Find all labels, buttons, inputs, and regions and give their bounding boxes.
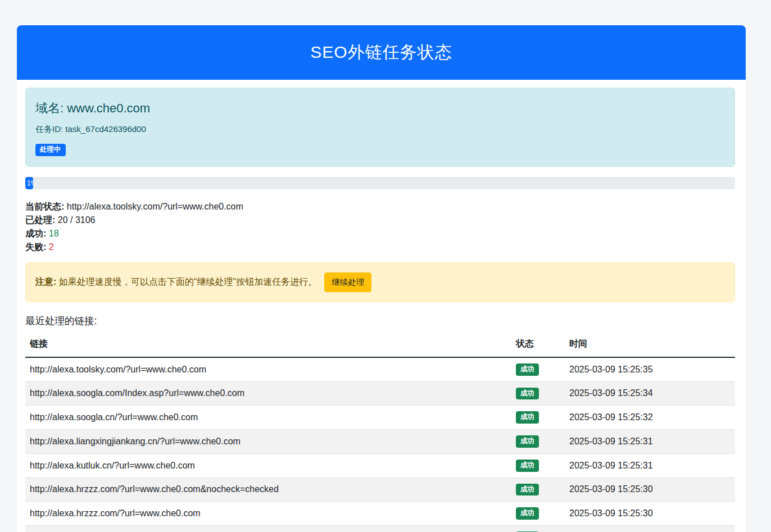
time-cell: 2025-03-09 15:25:31 <box>565 430 735 454</box>
table-body: http://alexa.toolsky.com/?url=www.che0.c… <box>25 357 735 532</box>
success-badge: 成功 <box>516 484 539 496</box>
status-badge: 处理中 <box>35 144 66 156</box>
link-cell: http://alexa.soogla.com/Index.asp?url=ww… <box>25 381 511 406</box>
task-id-value: task_67cd426396d00 <box>65 124 146 134</box>
time-cell: 2025-03-09 15:25:31 <box>565 453 735 478</box>
table-row: http://alexa.toolsky.com/?url=www.che0.c… <box>25 357 735 381</box>
time-cell: 2025-03-09 15:25:29 <box>565 526 735 532</box>
notice-message: 如果处理速度慢，可以点击下面的"继续处理"按钮加速任务进行。 <box>59 277 317 287</box>
task-id-label: 任务ID: <box>35 124 65 134</box>
current-status-url: http://alexa.toolsky.com/?url=www.che0.c… <box>67 202 243 211</box>
domain-line: 域名: www.che0.com <box>35 100 725 117</box>
success-value: 18 <box>49 229 59 238</box>
processed-value: 20 / 3106 <box>58 215 96 225</box>
time-cell: 2025-03-09 15:25:34 <box>565 381 735 406</box>
processed-line: 已处理: 20 / 3106 <box>25 213 735 227</box>
task-id-line: 任务ID: task_67cd426396d00 <box>35 124 725 135</box>
continue-button[interactable]: 继续处理 <box>324 272 371 292</box>
failed-line: 失败: 2 <box>25 240 735 254</box>
notice-panel: 注意: 如果处理速度慢，可以点击下面的"继续处理"按钮加速任务进行。 继续处理 <box>25 262 735 302</box>
column-header-time: 时间 <box>565 333 735 357</box>
domain-value: www.che0.com <box>67 101 150 115</box>
task-status-card: SEO外链任务状态 域名: www.che0.com 任务ID: task_67… <box>17 25 746 532</box>
column-header-link: 链接 <box>25 333 511 357</box>
notice-text: 注意: 如果处理速度慢，可以点击下面的"继续处理"按钮加速任务进行。 <box>35 276 317 288</box>
table-row: http://alexa.gzhimin.com.cn/index.asp?ur… <box>25 526 735 532</box>
task-info-panel: 域名: www.che0.com 任务ID: task_67cd426396d0… <box>25 88 735 167</box>
time-cell: 2025-03-09 15:25:30 <box>565 502 735 526</box>
link-cell: http://alexa.toolsky.com/?url=www.che0.c… <box>25 357 511 381</box>
page-header: SEO外链任务状态 <box>17 25 746 80</box>
status-cell: 成功 <box>511 478 565 502</box>
table-row: http://alexa.hrzzz.com/?url=www.che0.com… <box>25 478 735 502</box>
progress-bar: 1% <box>25 177 735 189</box>
link-cell: http://alexa.soogla.cn/?url=www.che0.com <box>25 406 511 430</box>
column-header-status: 状态 <box>511 333 565 357</box>
success-badge: 成功 <box>516 460 539 472</box>
link-cell: http://alexa.kutluk.cn/?url=www.che0.com <box>25 453 511 478</box>
success-badge: 成功 <box>516 507 539 520</box>
table-header: 链接 状态 时间 <box>25 333 735 357</box>
link-cell: http://alexa.hrzzz.com/?url=www.che0.com… <box>25 478 511 502</box>
table-row: http://alexa.soogla.cn/?url=www.che0.com… <box>25 406 735 430</box>
success-label: 成功: <box>25 229 49 238</box>
success-badge: 成功 <box>516 435 539 448</box>
success-badge: 成功 <box>516 363 539 376</box>
status-cell: 成功 <box>511 357 565 381</box>
status-cell: 成功 <box>511 430 565 454</box>
time-cell: 2025-03-09 15:25:35 <box>565 357 735 381</box>
page-title: SEO外链任务状态 <box>310 41 452 64</box>
success-badge: 成功 <box>516 411 539 424</box>
table-row: http://alexa.kutluk.cn/?url=www.che0.com… <box>25 453 735 478</box>
failed-label: 失败: <box>25 242 49 252</box>
status-cell: 成功 <box>511 381 565 406</box>
progress-fill: 1% <box>25 177 33 189</box>
current-status-label: 当前状态: <box>25 202 67 211</box>
status-cell: 成功 <box>511 526 565 532</box>
card-body: 域名: www.che0.com 任务ID: task_67cd426396d0… <box>17 80 746 532</box>
link-cell: http://alexa.liangxingjiankang.cn/?url=w… <box>25 430 511 454</box>
processed-label: 已处理: <box>25 215 58 225</box>
time-cell: 2025-03-09 15:25:32 <box>565 406 735 430</box>
domain-label: 域名: <box>35 101 67 115</box>
success-badge: 成功 <box>516 388 539 400</box>
link-cell: http://alexa.hrzzz.com/?url=www.che0.com <box>25 502 511 526</box>
link-cell: http://alexa.gzhimin.com.cn/index.asp?ur… <box>25 526 511 532</box>
notice-label: 注意: <box>35 277 59 287</box>
table-row: http://alexa.soogla.com/Index.asp?url=ww… <box>25 381 735 406</box>
current-status-line: 当前状态: http://alexa.toolsky.com/?url=www.… <box>25 200 735 213</box>
status-block: 当前状态: http://alexa.toolsky.com/?url=www.… <box>25 200 735 254</box>
status-cell: 成功 <box>511 406 565 430</box>
status-cell: 成功 <box>511 453 565 478</box>
time-cell: 2025-03-09 15:25:30 <box>565 478 735 502</box>
recent-links-table: 链接 状态 时间 http://alexa.toolsky.com/?url=w… <box>25 333 735 532</box>
failed-value: 2 <box>49 242 54 252</box>
status-cell: 成功 <box>511 502 565 526</box>
table-row: http://alexa.hrzzz.com/?url=www.che0.com… <box>25 502 735 526</box>
recent-links-heading: 最近处理的链接: <box>25 314 735 328</box>
success-line: 成功: 18 <box>25 227 735 240</box>
table-row: http://alexa.liangxingjiankang.cn/?url=w… <box>25 430 735 454</box>
